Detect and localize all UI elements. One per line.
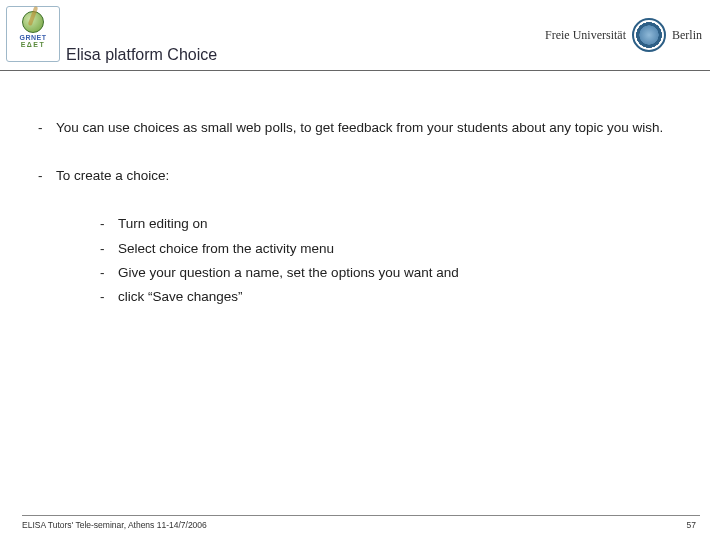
grnet-logo-box: GRNET ΕΔΕΤ [6,6,60,62]
sub-bullet-text: Give your question a name, set the optio… [118,264,459,282]
sub-bullet-item: - Select choice from the activity menu [100,240,680,258]
dash-icon: - [100,288,118,306]
sub-bullet-text: click “Save changes” [118,288,243,306]
page-number: 57 [687,520,700,530]
fu-berlin-logo: Freie Universität Berlin [545,18,702,52]
bullet-text: You can use choices as small web polls, … [56,119,663,137]
fu-text-part1: Freie Universität [545,28,626,42]
fu-berlin-seal-icon [632,18,666,52]
sub-bullet-item: - Give your question a name, set the opt… [100,264,680,282]
slide-title: Elisa platform Choice [66,46,217,64]
sub-bullet-item: - Turn editing on [100,215,680,233]
sub-bullet-text: Turn editing on [118,215,208,233]
slide-footer: ELISA Tutors' Tele-seminar, Athens 11-14… [22,515,700,530]
slide-header: GRNET ΕΔΕΤ Elisa platform Choice Freie U… [0,0,710,71]
dash-icon: - [38,119,56,137]
bullet-item: - You can use choices as small web polls… [38,119,680,137]
bullet-item: - To create a choice: [38,167,680,185]
dash-icon: - [100,264,118,282]
dash-icon: - [100,240,118,258]
fu-berlin-text2: Berlin [672,28,702,43]
grnet-logo-text2: ΕΔΕΤ [21,41,46,48]
footer-text: ELISA Tutors' Tele-seminar, Athens 11-14… [22,520,207,530]
sub-bullet-text: Select choice from the activity menu [118,240,334,258]
slide-content: - You can use choices as small web polls… [0,71,720,306]
dash-icon: - [38,167,56,185]
grnet-logo: GRNET ΕΔΕΤ [6,6,60,62]
fu-berlin-text: Freie Universität [545,29,626,41]
globe-arrow-icon [22,11,44,33]
grnet-logo-text1: GRNET [20,34,47,41]
fu-berlin-text-wrap: Freie Universität [545,29,626,41]
bullet-text: To create a choice: [56,167,169,185]
sub-bullet-item: - click “Save changes” [100,288,680,306]
sub-bullet-list: - Turn editing on - Select choice from t… [100,215,680,306]
dash-icon: - [100,215,118,233]
